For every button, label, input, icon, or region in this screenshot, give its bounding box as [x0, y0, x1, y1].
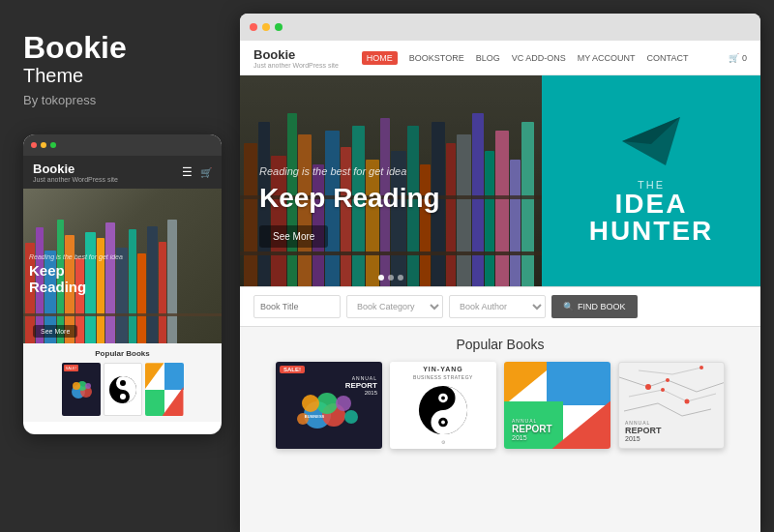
mobile-dot-red: [31, 142, 37, 148]
browser-dot-red[interactable]: [250, 23, 257, 31]
hero-italic: Reading is the best for get idea: [259, 165, 440, 177]
svg-point-3: [73, 382, 80, 390]
mobile-topbar: [23, 134, 222, 156]
site-logo: Bookie: [253, 47, 339, 62]
brand-title: Bookie: [23, 31, 127, 65]
mobile-see-more[interactable]: See More: [33, 325, 77, 338]
site-nav: Bookie Just another WordPress site HOME …: [240, 41, 760, 75]
book-card-3[interactable]: ANNUAL REPORT 2015: [504, 362, 610, 449]
books-grid: SALE! ANNUAL REPORT 2015: [253, 362, 747, 449]
svg-point-38: [661, 388, 665, 392]
svg-line-34: [672, 368, 701, 374]
mobile-hero-italic: Reading is the best for get idea: [29, 253, 216, 260]
nav-cart[interactable]: 🛒 0: [729, 53, 747, 63]
svg-line-28: [663, 390, 687, 401]
hero-heading: Keep Reading: [259, 183, 440, 214]
svg-point-15: [344, 410, 358, 424]
svg-point-14: [336, 396, 351, 411]
svg-point-6: [120, 380, 126, 386]
hero-book-cover: THE IDEA HUNTER: [542, 75, 760, 286]
svg-point-4: [85, 383, 91, 389]
nav-bookstore[interactable]: BOOKSTORE: [409, 53, 464, 63]
svg-line-25: [668, 380, 697, 392]
mobile-book-2[interactable]: [104, 363, 142, 416]
nav-links: HOME BOOKSTORE BLOG VC ADD-ONS MY ACCOUN…: [362, 51, 714, 65]
mobile-bottom: Popular Books SALE!: [23, 343, 222, 422]
svg-point-39: [700, 366, 703, 369]
brand-by: By tokopress: [23, 93, 96, 107]
svg-point-13: [302, 395, 319, 412]
svg-text:BUSINESS: BUSINESS: [304, 414, 324, 419]
mobile-cart[interactable]: 🛒: [200, 167, 212, 178]
svg-point-36: [685, 399, 690, 404]
svg-line-30: [624, 403, 658, 411]
svg-line-33: [639, 370, 672, 374]
browser-dot-green[interactable]: [275, 23, 283, 31]
hero-slider-dots: [378, 275, 403, 281]
left-panel: Bookie Theme By tokopress Bookie Just an…: [0, 0, 240, 532]
mobile-tagline: Just another WordPress site: [33, 176, 118, 183]
svg-line-32: [682, 409, 711, 416]
svg-point-37: [666, 378, 670, 382]
svg-line-29: [687, 394, 716, 401]
mobile-popular-label: Popular Books: [29, 349, 216, 358]
find-book-button[interactable]: 🔍 FIND BOOK: [551, 295, 638, 318]
book4-content: ANNUAL REPORT 2015: [619, 363, 724, 448]
mobile-header: Bookie Just another WordPress site ☰ 🛒: [23, 156, 222, 189]
mobile-menu-icon[interactable]: ☰: [182, 165, 193, 179]
hero-book-hunter: HUNTER: [589, 218, 714, 245]
search-title-input[interactable]: [253, 295, 341, 318]
search-author-select[interactable]: Book Author: [449, 295, 546, 318]
book-card-2[interactable]: YIN-YANG BUSINESS STRATEGY ⚙: [390, 362, 496, 449]
hero-books: Reading is the best for get idea Keep Re…: [240, 75, 542, 286]
book-card-4[interactable]: ANNUAL REPORT 2015: [618, 362, 725, 449]
nav-blog[interactable]: BLOG: [476, 53, 500, 63]
mobile-hero: Reading is the best for get idea KeepRea…: [23, 189, 222, 343]
svg-point-21: [441, 397, 445, 400]
mobile-hero-bg: Reading is the best for get idea KeepRea…: [23, 189, 222, 343]
popular-title: Popular Books: [253, 337, 747, 352]
nav-contact[interactable]: CONTACT: [647, 53, 689, 63]
hero-overlay: Reading is the best for get idea Keep Re…: [259, 165, 440, 248]
paper-plane-icon: [622, 117, 680, 169]
book-card-1[interactable]: SALE! ANNUAL REPORT 2015: [276, 362, 382, 449]
browser-content: Bookie Just another WordPress site HOME …: [240, 41, 760, 532]
mobile-dot-yellow: [41, 142, 46, 148]
search-icon: 🔍: [563, 302, 574, 311]
mobile-book-1[interactable]: SALE!: [62, 363, 101, 416]
hero-dot-2[interactable]: [388, 275, 394, 281]
site-logo-area: Bookie Just another WordPress site: [253, 47, 339, 69]
search-bar: Book Category Book Author 🔍 FIND BOOK: [240, 286, 760, 327]
brand-subtitle: Theme: [23, 65, 83, 87]
mobile-dot-green: [50, 142, 56, 148]
mobile-books-row: SALE!: [29, 363, 216, 416]
hero-see-more-button[interactable]: See More: [259, 225, 328, 248]
svg-point-22: [441, 421, 445, 425]
mobile-book-3[interactable]: [145, 363, 184, 416]
svg-line-23: [619, 377, 648, 387]
svg-point-7: [120, 394, 126, 399]
svg-line-24: [648, 380, 668, 387]
mobile-logo: Bookie: [33, 162, 118, 176]
svg-point-12: [316, 393, 338, 414]
svg-line-27: [629, 390, 663, 397]
book3-content: ANNUAL REPORT 2015: [504, 362, 610, 449]
nav-vc-addons[interactable]: VC ADD-ONS: [512, 53, 566, 63]
browser-dot-yellow[interactable]: [262, 23, 270, 31]
nav-my-account[interactable]: MY ACCOUNT: [578, 53, 636, 63]
site-tagline: Just another WordPress site: [253, 62, 339, 69]
browser-bar: [240, 14, 760, 41]
nav-home[interactable]: HOME: [362, 51, 398, 65]
search-category-select[interactable]: Book Category: [346, 295, 443, 318]
hero-dot-3[interactable]: [398, 275, 403, 281]
mobile-hero-heading: KeepReading: [29, 263, 216, 295]
svg-point-35: [645, 384, 651, 390]
svg-line-26: [697, 382, 724, 392]
browser-window: Bookie Just another WordPress site HOME …: [240, 14, 760, 532]
site-hero: Reading is the best for get idea Keep Re…: [240, 75, 760, 286]
popular-section: Popular Books SALE! ANNUAL REPORT 2015: [240, 327, 760, 532]
hero-book-idea: IDEA: [615, 191, 688, 218]
hero-dot-1[interactable]: [378, 275, 384, 281]
mobile-preview: Bookie Just another WordPress site ☰ 🛒: [23, 134, 222, 434]
svg-line-31: [658, 403, 682, 416]
